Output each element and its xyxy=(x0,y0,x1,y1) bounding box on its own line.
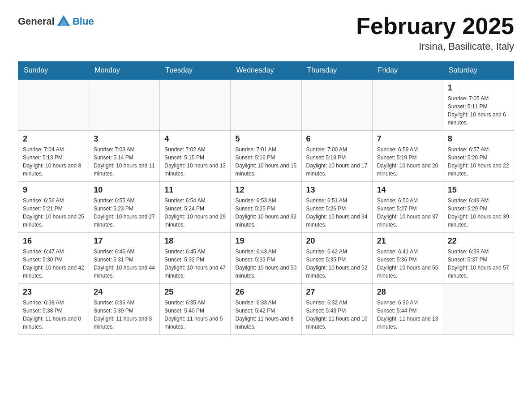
day-number: 2 xyxy=(23,134,84,144)
logo-general-text: General xyxy=(18,16,55,27)
day-info: Sunrise: 6:55 AMSunset: 5:23 PMDaylight:… xyxy=(94,197,155,229)
day-number: 1 xyxy=(448,83,509,93)
day-info: Sunrise: 7:03 AMSunset: 5:14 PMDaylight:… xyxy=(94,146,155,178)
day-info: Sunrise: 6:38 AMSunset: 5:38 PMDaylight:… xyxy=(23,299,84,331)
day-info: Sunrise: 6:49 AMSunset: 5:29 PMDaylight:… xyxy=(448,197,509,229)
day-info: Sunrise: 6:36 AMSunset: 5:39 PMDaylight:… xyxy=(94,299,155,331)
weekday-header-tuesday: Tuesday xyxy=(160,62,231,80)
day-info: Sunrise: 6:53 AMSunset: 5:25 PMDaylight:… xyxy=(235,197,296,229)
day-cell: 26Sunrise: 6:33 AMSunset: 5:42 PMDayligh… xyxy=(231,284,301,335)
day-number: 19 xyxy=(235,236,296,246)
day-number: 22 xyxy=(448,236,509,246)
day-info: Sunrise: 6:42 AMSunset: 5:35 PMDaylight:… xyxy=(306,248,368,280)
page-header: General Blue February 2025 Irsina, Basil… xyxy=(18,13,514,52)
day-number: 27 xyxy=(306,287,368,297)
day-cell: 8Sunrise: 6:57 AMSunset: 5:20 PMDaylight… xyxy=(443,131,514,182)
day-info: Sunrise: 6:51 AMSunset: 5:26 PMDaylight:… xyxy=(306,197,368,229)
logo-icon xyxy=(56,13,72,30)
day-info: Sunrise: 7:00 AMSunset: 5:18 PMDaylight:… xyxy=(306,146,368,178)
day-cell: 2Sunrise: 7:04 AMSunset: 5:13 PMDaylight… xyxy=(18,131,89,182)
day-info: Sunrise: 6:46 AMSunset: 5:31 PMDaylight:… xyxy=(94,248,155,280)
day-cell: 17Sunrise: 6:46 AMSunset: 5:31 PMDayligh… xyxy=(89,233,160,284)
weekday-header-wednesday: Wednesday xyxy=(231,62,301,80)
day-cell: 10Sunrise: 6:55 AMSunset: 5:23 PMDayligh… xyxy=(89,182,160,233)
day-cell: 11Sunrise: 6:54 AMSunset: 5:24 PMDayligh… xyxy=(160,182,231,233)
day-cell: 21Sunrise: 6:41 AMSunset: 5:36 PMDayligh… xyxy=(372,233,443,284)
day-cell: 6Sunrise: 7:00 AMSunset: 5:18 PMDaylight… xyxy=(301,131,372,182)
day-info: Sunrise: 6:43 AMSunset: 5:33 PMDaylight:… xyxy=(235,248,296,280)
weekday-header-thursday: Thursday xyxy=(301,62,372,80)
day-cell: 27Sunrise: 6:32 AMSunset: 5:43 PMDayligh… xyxy=(301,284,372,335)
day-number: 26 xyxy=(235,287,296,297)
day-info: Sunrise: 6:59 AMSunset: 5:19 PMDaylight:… xyxy=(377,146,438,178)
day-cell xyxy=(160,79,231,131)
week-row-1: 2Sunrise: 7:04 AMSunset: 5:13 PMDaylight… xyxy=(18,131,514,182)
day-cell: 5Sunrise: 7:01 AMSunset: 5:16 PMDaylight… xyxy=(231,131,301,182)
week-row-0: 1Sunrise: 7:05 AMSunset: 5:11 PMDaylight… xyxy=(18,79,514,131)
day-cell: 23Sunrise: 6:38 AMSunset: 5:38 PMDayligh… xyxy=(18,284,89,335)
day-number: 25 xyxy=(164,287,226,297)
day-number: 4 xyxy=(164,134,226,144)
day-number: 20 xyxy=(306,236,368,246)
day-number: 23 xyxy=(23,287,84,297)
day-number: 9 xyxy=(23,185,84,195)
weekday-header-row: SundayMondayTuesdayWednesdayThursdayFrid… xyxy=(18,62,514,80)
day-cell: 7Sunrise: 6:59 AMSunset: 5:19 PMDaylight… xyxy=(372,131,443,182)
weekday-header-friday: Friday xyxy=(372,62,443,80)
day-cell: 3Sunrise: 7:03 AMSunset: 5:14 PMDaylight… xyxy=(89,131,160,182)
weekday-header-monday: Monday xyxy=(89,62,160,80)
day-cell xyxy=(18,79,89,131)
day-info: Sunrise: 6:57 AMSunset: 5:20 PMDaylight:… xyxy=(448,146,509,178)
day-number: 3 xyxy=(94,134,155,144)
day-number: 7 xyxy=(377,134,438,144)
day-number: 12 xyxy=(235,185,296,195)
day-cell: 14Sunrise: 6:50 AMSunset: 5:27 PMDayligh… xyxy=(372,182,443,233)
logo-blue-text: Blue xyxy=(73,16,94,27)
day-info: Sunrise: 6:32 AMSunset: 5:43 PMDaylight:… xyxy=(306,299,368,331)
day-number: 11 xyxy=(164,185,226,195)
day-number: 18 xyxy=(164,236,226,246)
day-cell xyxy=(89,79,160,131)
title-block: February 2025 Irsina, Basilicate, Italy xyxy=(356,13,514,52)
day-info: Sunrise: 7:04 AMSunset: 5:13 PMDaylight:… xyxy=(23,146,84,178)
day-cell: 22Sunrise: 6:39 AMSunset: 5:37 PMDayligh… xyxy=(443,233,514,284)
day-number: 14 xyxy=(377,185,438,195)
day-number: 16 xyxy=(23,236,84,246)
day-info: Sunrise: 6:50 AMSunset: 5:27 PMDaylight:… xyxy=(377,197,438,229)
day-cell xyxy=(301,79,372,131)
day-number: 10 xyxy=(94,185,155,195)
day-number: 6 xyxy=(306,134,368,144)
day-number: 13 xyxy=(306,185,368,195)
day-cell: 12Sunrise: 6:53 AMSunset: 5:25 PMDayligh… xyxy=(231,182,301,233)
day-cell xyxy=(231,79,301,131)
day-cell: 19Sunrise: 6:43 AMSunset: 5:33 PMDayligh… xyxy=(231,233,301,284)
weekday-header-sunday: Sunday xyxy=(18,62,89,80)
day-info: Sunrise: 6:33 AMSunset: 5:42 PMDaylight:… xyxy=(235,299,296,331)
month-title: February 2025 xyxy=(356,13,514,39)
day-cell: 16Sunrise: 6:47 AMSunset: 5:30 PMDayligh… xyxy=(18,233,89,284)
day-info: Sunrise: 6:56 AMSunset: 5:21 PMDaylight:… xyxy=(23,197,84,229)
day-cell xyxy=(372,79,443,131)
day-cell: 20Sunrise: 6:42 AMSunset: 5:35 PMDayligh… xyxy=(301,233,372,284)
day-cell: 4Sunrise: 7:02 AMSunset: 5:15 PMDaylight… xyxy=(160,131,231,182)
day-cell: 15Sunrise: 6:49 AMSunset: 5:29 PMDayligh… xyxy=(443,182,514,233)
calendar-body: 1Sunrise: 7:05 AMSunset: 5:11 PMDaylight… xyxy=(18,79,514,335)
day-cell: 9Sunrise: 6:56 AMSunset: 5:21 PMDaylight… xyxy=(18,182,89,233)
day-cell: 1Sunrise: 7:05 AMSunset: 5:11 PMDaylight… xyxy=(443,79,514,131)
day-number: 28 xyxy=(377,287,438,297)
day-info: Sunrise: 7:01 AMSunset: 5:16 PMDaylight:… xyxy=(235,146,296,178)
day-cell: 13Sunrise: 6:51 AMSunset: 5:26 PMDayligh… xyxy=(301,182,372,233)
day-number: 17 xyxy=(94,236,155,246)
day-cell: 28Sunrise: 6:30 AMSunset: 5:44 PMDayligh… xyxy=(372,284,443,335)
day-info: Sunrise: 6:30 AMSunset: 5:44 PMDaylight:… xyxy=(377,299,438,331)
day-info: Sunrise: 6:41 AMSunset: 5:36 PMDaylight:… xyxy=(377,248,438,280)
day-number: 21 xyxy=(377,236,438,246)
day-info: Sunrise: 6:35 AMSunset: 5:40 PMDaylight:… xyxy=(164,299,226,331)
logo: General Blue xyxy=(18,13,94,30)
day-number: 24 xyxy=(94,287,155,297)
day-info: Sunrise: 7:02 AMSunset: 5:15 PMDaylight:… xyxy=(164,146,226,178)
week-row-4: 23Sunrise: 6:38 AMSunset: 5:38 PMDayligh… xyxy=(18,284,514,335)
week-row-2: 9Sunrise: 6:56 AMSunset: 5:21 PMDaylight… xyxy=(18,182,514,233)
day-number: 8 xyxy=(448,134,509,144)
day-cell: 24Sunrise: 6:36 AMSunset: 5:39 PMDayligh… xyxy=(89,284,160,335)
